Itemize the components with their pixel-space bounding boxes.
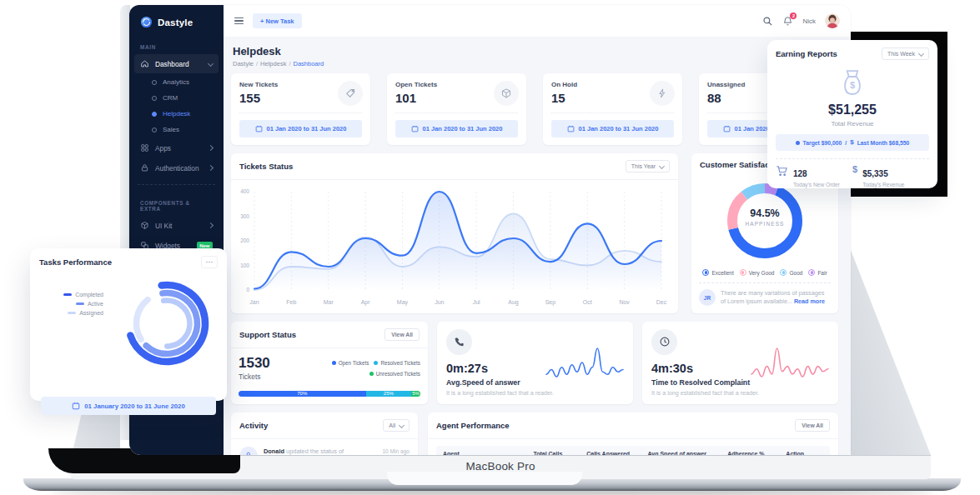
page-title: Helpdesk [233,45,838,58]
svg-text:Feb: Feb [286,299,296,305]
phone-icon [446,329,472,355]
view-all-button[interactable]: View All [795,419,830,432]
svg-text:200: 200 [240,238,249,243]
tasks-performance-card: Tasks Performance CompletedActiveAssigne… [30,248,227,401]
svg-text:Sep: Sep [545,299,556,306]
card-title: Tasks Performance [39,258,112,267]
sidebar-subitem[interactable]: Helpdesk [129,106,224,122]
legend-item: Completed [63,292,103,298]
avg-speed-card: 0m:27s Avg.Speed of answer It is a long … [437,322,633,404]
table-column-header[interactable]: Total Calls [533,451,586,455]
support-legend: Open TicketsResolved TicketsUnresolved T… [278,360,420,377]
satisfaction-donut-chart [691,178,838,264]
svg-text:Nov: Nov [619,299,630,305]
svg-text:Oct: Oct [583,299,592,305]
week-filter-select[interactable]: This Week [882,48,929,60]
svg-text:300: 300 [240,213,249,219]
date-range-button[interactable]: 01 Jan 2020 to 31 Jun 2020 [551,120,674,138]
card-title: Support Status [239,330,296,339]
table-column-header[interactable]: Agent [443,451,533,455]
svg-text:0: 0 [246,287,249,292]
chevron-right-icon [208,145,214,151]
bullet-icon [152,128,157,132]
dastyle-logo-icon [140,16,153,28]
svg-text:Jun: Jun [435,299,444,305]
activity-item[interactable]: Donald updated the status of Refund #123… [231,439,418,455]
satisfaction-legend: ExcellentVery GoodGoodFair [691,269,838,276]
view-all-button[interactable]: View All [384,328,420,341]
brand[interactable]: Dastyle [129,5,224,36]
support-status-card: Support Status View All 1530 Tickets Ope… [231,322,428,404]
read-more-link[interactable]: Read more [794,298,825,305]
calendar-icon [567,125,575,132]
sidebar-subitem[interactable]: CRM [129,90,224,106]
breadcrumb-root[interactable]: Dastyle [233,60,254,68]
svg-text:May: May [397,299,409,306]
cube-icon [140,221,149,230]
todays-orders: 128Today's New Order [776,165,852,188]
sidebar-item-label: UI Kit [155,222,203,230]
table-column-header[interactable]: Avg.Speed of answer [648,451,728,455]
laptop-deck-right [851,250,931,455]
date-range-button[interactable]: 01 Jan 2020 to 31 Jun 2020 [395,120,518,138]
todays-revenue: $ $5,335Today's Revenue [852,165,929,188]
sidebar-item-authentication[interactable]: Authentication [134,158,219,178]
notifications-bell-icon[interactable]: 2 [782,16,793,27]
sidebar-item-label: Authentication [155,164,203,172]
avg-speed-sparkline [543,343,626,385]
svg-text:100: 100 [240,262,249,268]
agent-table-header: AgentTotal CallsCalls AnsweredAvg.Speed … [436,446,830,455]
user-update-icon [239,447,258,455]
page: MacBook Pro Dastyle MAIN Dashboard [0,0,980,495]
chevron-down-icon [659,163,665,169]
main-area: + New Task 2 Nick Helpdesk Da [224,5,851,455]
new-task-button[interactable]: + New Task [253,13,302,28]
home-icon [140,59,149,68]
target-info-bar: Target $90,000 / $ Last Month $68,550 [776,134,929,151]
notification-count-badge: 2 [790,12,797,19]
table-column-header[interactable]: Adherence % [727,451,786,455]
agent-performance-card: Agent Performance View All AgentTotal Ca… [428,412,838,455]
laptop-label: MacBook Pro [465,460,535,472]
svg-text:Aug: Aug [508,299,519,306]
tickets-status-chart: 0100200300400JanFebMarAprMayJunJulAugSep… [231,180,678,312]
date-range-button[interactable]: 01 January 2020 to 31 June 2020 [41,397,216,415]
user-name: Nick [802,18,816,25]
brand-name: Dastyle [158,18,193,28]
legend-dot-icon [369,372,374,376]
table-column-header[interactable]: Calls Answered [586,451,647,455]
date-range-button[interactable]: 01 Jan 2020 to 31 Jun 2020 [239,120,362,138]
more-options-button[interactable] [201,256,218,268]
sidebar-subitem-label: CRM [163,94,178,102]
dollar-icon: $ [850,139,853,146]
resolve-time-card: 4m:30s Time to Resolved Complaint It is … [642,322,838,404]
total-revenue-label: Total Revenue [767,120,937,128]
menu-toggle-icon[interactable] [234,18,244,25]
legend-ring-icon [702,269,709,276]
activity-timestamp: 10 Min ago [382,447,410,454]
app-window: Dastyle MAIN Dashboard Analytics CRM [129,5,851,455]
year-filter-select[interactable]: This Year [626,160,670,172]
sidebar-subitem[interactable]: Sales [129,122,224,138]
card-title: Agent Performance [436,421,510,430]
sidebar-item-apps[interactable]: Apps [134,138,219,158]
avatar[interactable] [825,13,840,28]
svg-text:$: $ [850,80,856,90]
svg-text:Dec: Dec [656,299,667,305]
activity-filter-select[interactable]: All [383,419,410,432]
calendar-icon [411,125,419,132]
sidebar-item-ui-kit[interactable]: UI Kit [134,216,219,235]
search-icon[interactable] [762,16,773,27]
breadcrumb-section[interactable]: Helpdesk [260,60,286,68]
calendar-icon [723,125,731,132]
sidebar-section-main: MAIN [129,36,224,53]
sidebar-subitem-label: Helpdesk [163,110,190,118]
stat-card-new-tickets: New Tickets 155 01 Jan 2020 to 31 Jun 20… [231,73,370,145]
apps-grid-icon [140,143,149,152]
table-column-header[interactable]: Action [786,451,823,455]
dashboard-content: Helpdesk Dastyle/Helpdesk/Dashboard New … [224,37,851,455]
legend-item: Resolved Tickets [374,360,420,366]
sidebar-subitem[interactable]: Analytics [129,74,224,90]
note-avatar: JR [699,289,716,306]
sidebar-item-dashboard[interactable]: Dashboard [134,54,219,73]
